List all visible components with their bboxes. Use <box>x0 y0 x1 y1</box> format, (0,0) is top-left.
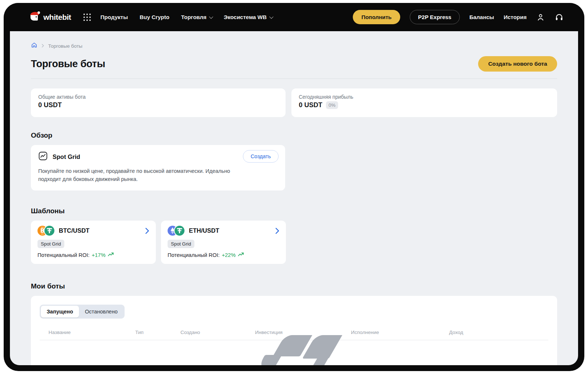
nav-item-trade[interactable]: Торговля <box>181 14 212 20</box>
template-card-eth-usdt[interactable]: ETH/USDT Spot Grid Потенциальный ROI: +2… <box>161 221 286 264</box>
nav-links: Продукты Buy Crypto Торговля Экосистема … <box>100 14 272 20</box>
page-title: Торговые боты <box>31 58 105 70</box>
support-headphones-icon[interactable] <box>555 13 564 22</box>
eth-usdt-pair-icons <box>168 226 184 236</box>
chevron-down-icon <box>209 14 213 18</box>
btc-usdt-pair-icons: B <box>37 226 54 236</box>
my-bots-heading: Мои боты <box>31 282 557 290</box>
nav-item-buy-crypto[interactable]: Buy Crypto <box>140 14 169 20</box>
spot-grid-description: Покупайте по низкой цене, продавайте по … <box>38 167 251 183</box>
bots-table-header: Название Тип Создано Инвестиция Исполнен… <box>40 330 548 335</box>
column-income: Доход <box>449 330 548 335</box>
template-card-btc-usdt[interactable]: B BTC/USDT <box>31 221 156 264</box>
column-name: Название <box>49 330 135 335</box>
total-assets-label: Общие активы бота <box>38 94 278 100</box>
today-profit-value: 0 USDT <box>299 101 322 109</box>
templates-heading: Шаблоны <box>31 207 557 215</box>
spot-grid-create-button[interactable]: Создать <box>243 150 279 163</box>
brand-wordmark: whitebit <box>43 13 71 22</box>
whitebit-watermark <box>259 335 325 365</box>
apps-grid-icon[interactable] <box>83 14 91 21</box>
column-type: Тип <box>135 330 180 335</box>
title-divider <box>31 79 557 79</box>
whitebit-logo[interactable]: whitebit <box>28 11 71 23</box>
spot-grid-overview-card: Spot Grid Создать Покупайте по низкой це… <box>31 145 285 190</box>
chevron-right-icon[interactable] <box>145 228 149 234</box>
total-assets-card: Общие активы бота 0 USDT <box>31 88 286 117</box>
trending-up-icon <box>238 252 244 258</box>
svg-text:B: B <box>40 228 44 234</box>
tab-stopped[interactable]: Остановлено <box>79 306 123 317</box>
app-window: whitebit Продукты Buy Crypto Торговля Эк… <box>4 3 584 371</box>
roi-label: Потенциальный ROI: <box>37 252 90 258</box>
template-type-tag: Spot Grid <box>37 240 64 248</box>
usdt-coin-icon <box>175 226 184 236</box>
breadcrumb-separator-icon <box>42 43 44 49</box>
top-navbar: whitebit Продукты Buy Crypto Торговля Эк… <box>4 3 584 31</box>
trading-bots-page: Торговые боты Торговые боты Создать ново… <box>10 31 578 365</box>
today-profit-label: Сегодняшняя прибыль <box>299 94 550 100</box>
p2p-express-button[interactable]: P2P Express <box>410 10 460 24</box>
tab-running[interactable]: Запущено <box>41 306 79 317</box>
nav-right-cluster: Пополнить P2P Express Балансы История <box>353 10 564 24</box>
nav-item-history[interactable]: История <box>503 14 527 20</box>
column-investment: Инвестиция <box>255 330 351 335</box>
nav-item-products[interactable]: Продукты <box>100 14 128 20</box>
overview-heading: Обзор <box>31 131 557 139</box>
my-bots-card: Запущено Остановлено Название Тип Создан… <box>31 296 557 365</box>
nav-item-balances[interactable]: Балансы <box>469 14 494 20</box>
breadcrumb: Торговые боты <box>31 42 557 50</box>
chevron-down-icon <box>269 14 273 18</box>
breadcrumb-current: Торговые боты <box>48 43 82 49</box>
create-new-bot-button[interactable]: Создать нового бота <box>478 56 557 72</box>
roi-value: +17% <box>92 252 106 258</box>
trending-up-icon <box>108 252 114 258</box>
column-created: Создано <box>180 330 255 335</box>
home-icon[interactable] <box>31 42 37 50</box>
bots-status-tabs: Запущено Остановлено <box>40 305 125 319</box>
column-execution: Исполнение <box>351 330 449 335</box>
template-pair-name: ETH/USDT <box>189 227 219 234</box>
template-type-tag: Spot Grid <box>168 240 194 248</box>
total-assets-value: 0 USDT <box>38 101 278 109</box>
spot-grid-title: Spot Grid <box>53 153 80 160</box>
usdt-coin-icon <box>44 226 54 236</box>
whitebit-santa-icon <box>28 11 40 23</box>
roi-value: +22% <box>222 252 236 258</box>
spot-grid-chart-icon <box>38 151 48 162</box>
user-profile-icon[interactable] <box>536 13 545 22</box>
today-profit-card: Сегодняшняя прибыль 0 USDT 0% <box>291 88 557 117</box>
deposit-button[interactable]: Пополнить <box>353 10 400 24</box>
chevron-right-icon[interactable] <box>275 228 279 234</box>
roi-label: Потенциальный ROI: <box>168 252 220 258</box>
template-pair-name: BTC/USDT <box>59 227 89 234</box>
nav-item-ecosystem[interactable]: Экосистема WB <box>224 14 272 20</box>
today-profit-percent-badge: 0% <box>326 101 338 109</box>
